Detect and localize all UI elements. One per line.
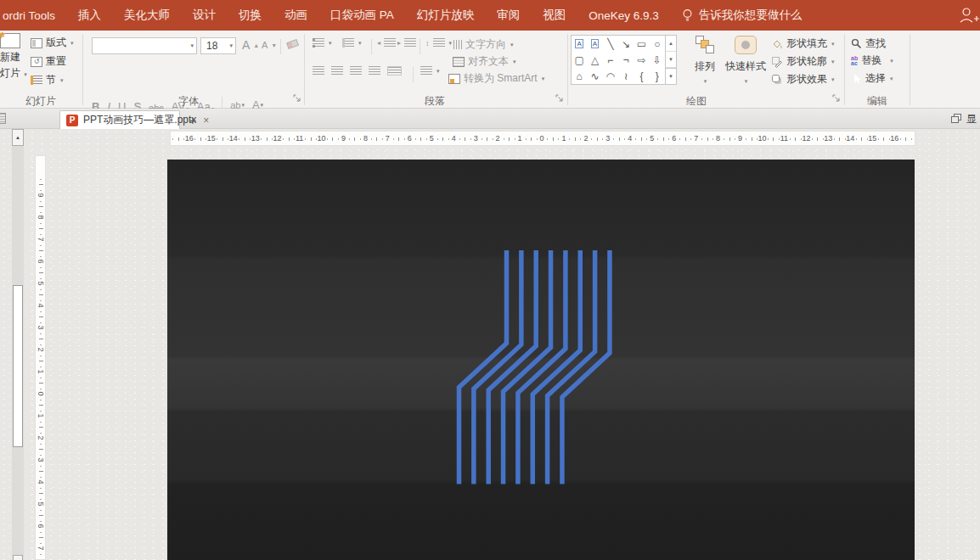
menu-bar: ordri Tools插入美化大师设计切换动画口袋动画 PA幻灯片放映审阅视图O… (0, 0, 980, 31)
paragraph-dialog-launcher[interactable] (555, 93, 564, 103)
justify-button[interactable] (369, 66, 380, 76)
find-button[interactable]: 查找 (851, 36, 886, 51)
new-slide-button[interactable]: ✱ 新建 灯片 ▾ (0, 33, 27, 81)
vertical-ruler[interactable]: 987654321012345678 (35, 155, 46, 560)
columns-button[interactable]: ▾ (420, 66, 440, 76)
horizontal-ruler[interactable]: 1615141312111098765432101234567891011121… (170, 131, 915, 146)
line-icon[interactable]: ╲ (603, 36, 618, 52)
close-tab-icon[interactable]: × (203, 115, 209, 126)
oval-icon[interactable]: ○ (650, 36, 665, 52)
arrange-button[interactable]: 排列 ▾ (686, 36, 724, 86)
menu-tab[interactable]: 口袋动画 PA (330, 8, 394, 23)
shape-effects-button[interactable]: 形状效果▾ (771, 72, 835, 87)
right-arrow-icon[interactable]: ⇨ (634, 52, 649, 68)
distribute-button[interactable] (387, 66, 402, 76)
align-center-button[interactable] (331, 66, 343, 76)
scroll-up-button[interactable]: ▲ (12, 129, 24, 146)
shape-fill-icon (771, 38, 783, 50)
menu-tab[interactable]: OneKey 6.9.3 (589, 9, 659, 22)
menu-tab[interactable]: 幻灯片放映 (417, 8, 475, 23)
arc-icon[interactable]: ◠ (603, 68, 618, 84)
decrease-font-size-button[interactable]: A▼ (262, 40, 277, 50)
distribute-icon (387, 66, 402, 76)
decrease-indent-icon (384, 38, 396, 48)
menu-tab[interactable]: ordri Tools (3, 9, 55, 22)
new-tab-button[interactable]: + (182, 110, 204, 129)
line-spacing-button[interactable]: ↕▾ (425, 38, 452, 48)
menu-tab[interactable]: 动画 (284, 8, 307, 23)
align-text-button[interactable]: 对齐文本▾ (453, 54, 516, 69)
font-group-label: 字体 (161, 94, 216, 109)
slide-editing-area[interactable] (167, 160, 915, 560)
arrow-line-icon[interactable]: ↘ (618, 36, 634, 52)
document-tab-bar: P PPT动画技巧—遮罩.pptx × + 显 (0, 109, 980, 129)
rectangle-icon[interactable]: ▭ (634, 36, 649, 52)
quick-styles-button[interactable]: 快速样式 ▾ (724, 36, 767, 86)
font-size-combobox[interactable]: 18▾ (200, 37, 236, 54)
align-right-button[interactable] (350, 66, 362, 76)
tell-me-box[interactable]: 告诉我你想要做什么 (682, 8, 803, 23)
replace-icon: abac (851, 56, 858, 66)
zigzag-line[interactable] (562, 250, 610, 484)
quick-styles-icon (735, 36, 757, 54)
section-icon (31, 76, 42, 85)
account-button[interactable] (958, 6, 980, 25)
shape-gallery-scrollbar[interactable]: ▲ ▼ ▼ (665, 36, 676, 84)
freeform-icon[interactable]: ⌂ (572, 68, 587, 84)
numbering-button[interactable]: ▾ (342, 38, 362, 48)
font-dialog-launcher[interactable] (292, 93, 301, 103)
elbow-connector-icon[interactable]: ⌐ (603, 52, 618, 68)
zigzag-line[interactable] (548, 250, 595, 484)
right-brace-icon[interactable]: } (650, 68, 665, 84)
decrease-indent-button[interactable]: ◂ (377, 38, 396, 48)
left-brace-icon[interactable]: { (634, 68, 649, 84)
down-arrow-icon[interactable]: ⇩ (650, 52, 665, 68)
font-name-combobox[interactable]: ▾ (92, 37, 197, 54)
elbow-arrow-connector-icon[interactable]: ¬ (618, 52, 634, 68)
gallery-scroll-up-icon[interactable]: ▲ (666, 36, 676, 52)
drawing-dialog-launcher[interactable] (831, 93, 841, 103)
editing-group-label: 编辑 (850, 94, 904, 109)
text-box-icon[interactable]: A (572, 36, 587, 52)
text-direction-button[interactable]: 文字方向▾ (453, 37, 514, 52)
layout-button[interactable]: 版式▾ (31, 36, 74, 50)
zigzag-line[interactable] (518, 250, 566, 484)
reset-button[interactable]: ↺ 重置 (31, 54, 66, 69)
select-pointer-icon (851, 73, 862, 85)
menu-tab[interactable]: 切换 (239, 8, 262, 23)
menu-tab[interactable]: 审阅 (497, 8, 520, 23)
select-button[interactable]: 选择▾ (851, 71, 893, 86)
vertical-text-box-icon[interactable]: A (587, 36, 602, 52)
scribble-icon[interactable]: ∿ (587, 68, 602, 84)
rounded-rectangle-icon[interactable]: ▢ (572, 52, 587, 68)
shape-fill-button[interactable]: 形状填充▾ (771, 36, 835, 51)
gallery-scroll-down-icon[interactable]: ▼ (666, 52, 676, 68)
eraser-icon (286, 39, 299, 49)
shape-outline-button[interactable]: 形状轮廓▾ (771, 54, 835, 69)
triangle-icon[interactable]: △ (587, 52, 602, 68)
scrollbar-thumb[interactable] (13, 285, 23, 447)
powerpoint-file-icon: P (66, 115, 78, 126)
document-tab[interactable]: P PPT动画技巧—遮罩.pptx × (59, 110, 180, 129)
zigzag-line[interactable] (532, 250, 580, 484)
separator (371, 39, 372, 54)
layout-icon (31, 38, 42, 48)
increase-font-size-button[interactable]: A▲ (242, 38, 259, 52)
clear-formatting-button[interactable] (287, 41, 298, 48)
menu-tab[interactable]: 美化大师 (124, 8, 170, 23)
gallery-more-icon[interactable]: ▼ (666, 68, 676, 84)
scroll-down-button[interactable] (13, 555, 23, 560)
convert-to-smartart-button[interactable]: 转换为 SmartArt▾ (448, 71, 544, 86)
restore-window-icon[interactable] (951, 114, 962, 124)
replace-button[interactable]: abac 替换▾ (851, 53, 893, 68)
menu-tab[interactable]: 视图 (543, 8, 566, 23)
bullets-button[interactable]: ▾ (313, 38, 332, 48)
align-left-button[interactable] (313, 66, 324, 76)
curve-icon[interactable]: ≀ (618, 68, 634, 84)
zigzag-lines-graphic (167, 160, 915, 560)
menu-tab[interactable]: 设计 (193, 8, 216, 23)
section-button[interactable]: 节▾ (31, 73, 64, 87)
menu-tab[interactable]: 插入 (78, 8, 101, 23)
increase-indent-button[interactable]: ▸ (397, 38, 416, 48)
increase-indent-icon (404, 38, 416, 48)
